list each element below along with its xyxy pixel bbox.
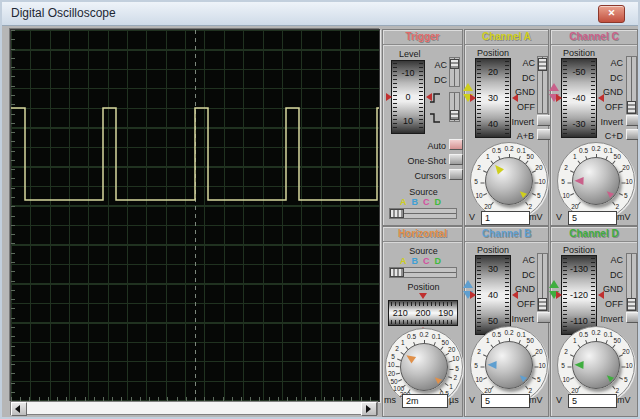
trigger-source-label: Source (383, 187, 464, 197)
v-unit-label: V (469, 212, 475, 222)
channel-a-coupling-labels: ACDCGNDOFF (511, 56, 535, 114)
channel-c-title: Channel C (551, 30, 637, 45)
channel-a-coupling-slider[interactable] (537, 56, 548, 114)
channel-c-invert-button[interactable] (626, 115, 640, 126)
channel-b-panel: Channel B Position 304050 ACDCGNDOFF Inv… (464, 226, 549, 417)
channel-c-value: 5 (568, 211, 617, 225)
position-label: Position (563, 48, 595, 58)
trigger-source-slider[interactable] (389, 208, 457, 219)
channel-b-value: 5 (481, 394, 530, 408)
one-shot-button[interactable] (449, 154, 463, 165)
trigger-coupling-slider[interactable] (449, 57, 460, 87)
trigger-source-channel-letters: ABCD (400, 197, 441, 207)
drum-marker-icon (556, 291, 562, 299)
us-unit-label: µs (449, 395, 459, 405)
channel-a-value: 1 (481, 211, 530, 225)
sum-label: C+D (589, 131, 623, 141)
channel-c-coupling-slider[interactable] (626, 56, 637, 114)
horizontal-source-channel-letters: ABCD (400, 256, 441, 266)
horizontal-source-label: Source (383, 246, 464, 256)
falling-edge-icon (429, 112, 441, 124)
channel-b-coupling-slider[interactable] (537, 253, 548, 311)
position-label: Position (477, 245, 509, 255)
auto-label: Auto (403, 141, 446, 151)
mv-unit-label: mV (617, 212, 631, 222)
timebase-value: 2m (402, 394, 448, 408)
trigger-level-drum[interactable]: -10010 (391, 60, 425, 134)
channel-d-coupling-slider[interactable] (626, 253, 637, 311)
scrollbar-right-arrow-icon[interactable] (361, 402, 377, 416)
channel-d-value: 5 (568, 394, 617, 408)
position-label: Position (563, 245, 595, 255)
rising-edge-icon (429, 92, 441, 104)
trigger-coupling-labels: ACDC (423, 58, 447, 87)
scope-display (10, 29, 380, 402)
horizontal-panel: Horizontal Source ABCD Position 21020019… (382, 226, 463, 417)
position-label: Position (477, 48, 509, 58)
channel-d-coupling-labels: ACDCGNDOFF (599, 253, 623, 311)
ms-unit-label: ms (384, 395, 396, 405)
mv-unit-label: mV (529, 212, 543, 222)
channel-b-invert-button[interactable] (537, 312, 551, 323)
one-shot-label: One-Shot (396, 156, 446, 166)
window-title: Digital Oscilloscope (11, 6, 116, 20)
drum-marker-icon (470, 94, 476, 102)
horizontal-position-drum[interactable]: 210200190 (388, 300, 458, 326)
horizontal-source-slider[interactable] (389, 267, 457, 278)
channel-c-gain-dial[interactable]: 12510200.50.20.150201052 (557, 142, 635, 220)
channel-d-title: Channel D (551, 227, 637, 242)
waveform-trace (11, 30, 379, 401)
horizontal-title: Horizontal (383, 227, 462, 242)
channel-c-coupling-labels: ACDCGNDOFF (599, 56, 623, 114)
cursors-label: Cursors (403, 171, 446, 181)
trigger-panel: Trigger Level -10010 ACDC Auto One-Shot … (382, 29, 463, 226)
channel-b-gain-dial[interactable]: 12510200.50.20.150201052 (470, 326, 548, 404)
drum-marker-icon (386, 93, 392, 101)
mv-unit-label: mV (617, 395, 631, 405)
drum-marker-icon (419, 293, 427, 299)
auto-button[interactable] (449, 139, 463, 150)
invert-label: Invert (589, 117, 623, 127)
trigger-edge-slider[interactable] (449, 92, 460, 122)
v-unit-label: V (556, 212, 562, 222)
channel-a-title: Channel A (465, 30, 548, 45)
channel-a-gain-dial[interactable]: 12510200.50.20.150201052 (470, 142, 548, 220)
channel-d-panel: Channel D Position -130-120-110 ACDCGNDO… (550, 226, 638, 417)
channel-a-invert-button[interactable] (537, 115, 551, 126)
level-label: Level (399, 49, 421, 59)
scrollbar-left-arrow-icon[interactable] (11, 402, 27, 416)
channel-a-panel: Channel A Position 203040 ACDCGNDOFF Inv… (464, 29, 549, 226)
channel-b-coupling-labels: ACDCGNDOFF (511, 253, 535, 311)
screen-scrollbar[interactable] (10, 401, 378, 415)
sum-label: A+B (500, 131, 534, 141)
invert-label: Invert (589, 314, 623, 324)
v-unit-label: V (556, 395, 562, 405)
channel-c-panel: Channel C Position -50-40-30 ACDCGNDOFF … (550, 29, 638, 226)
invert-label: Invert (500, 314, 534, 324)
channel-d-gain-dial[interactable]: 12510200.50.20.150201052 (557, 326, 635, 404)
drum-marker-icon (470, 291, 476, 299)
channel-a-sum-button[interactable] (537, 129, 551, 140)
oscilloscope-window: Digital Oscilloscope ✕ Trigger Level -10… (0, 0, 640, 419)
trigger-title: Trigger (383, 30, 462, 45)
horizontal-position-label: Position (383, 282, 464, 292)
close-icon[interactable]: ✕ (598, 5, 625, 23)
channel-d-invert-button[interactable] (626, 312, 640, 323)
drum-marker-icon (556, 94, 562, 102)
cursors-button[interactable] (449, 169, 463, 180)
channel-c-sum-button[interactable] (626, 129, 640, 140)
mv-unit-label: mV (529, 395, 543, 405)
v-unit-label: V (469, 395, 475, 405)
title-bar[interactable]: Digital Oscilloscope ✕ (2, 2, 638, 26)
channel-b-title: Channel B (465, 227, 548, 242)
invert-label: Invert (500, 117, 534, 127)
